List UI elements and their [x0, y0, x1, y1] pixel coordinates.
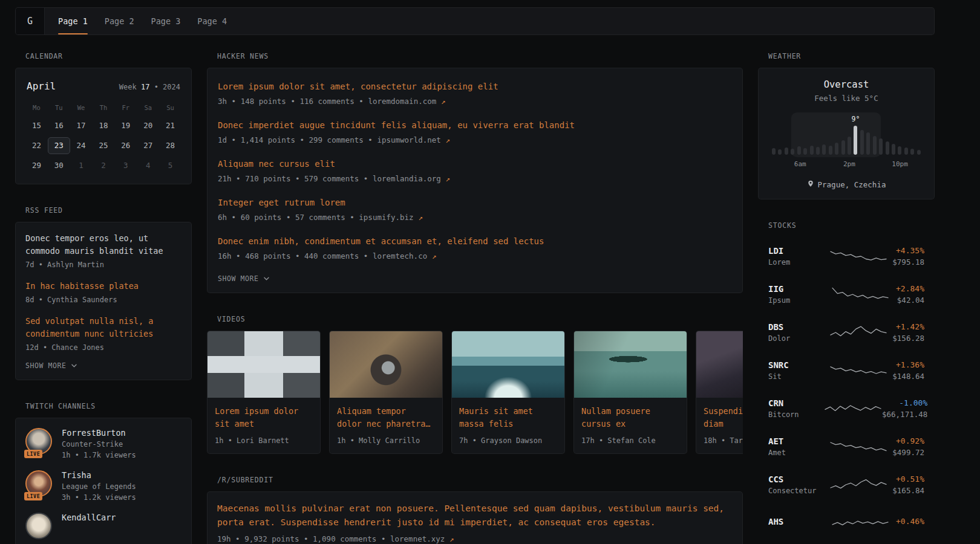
calendar-day: 20 — [137, 117, 159, 134]
twitch-channel-row[interactable]: LIVE ForrestBurton Counter-Strike 1h • 1… — [25, 428, 181, 459]
video-card[interactable]: Mauris sit amet massa felis 7h • Grayson… — [451, 331, 565, 454]
stocks-widget-title: STOCKS — [768, 221, 935, 230]
calendar-day: 29 — [25, 157, 48, 174]
hacker-news-item: Donec imperdiet augue tincidunt felis al… — [218, 118, 732, 144]
rss-item-title[interactable]: Donec tempor eros leo, ut commodo mauris… — [25, 232, 181, 257]
subreddit-widget: /R/SUBREDDIT Maecenas mollis pulvinar er… — [207, 476, 743, 544]
stock-price: $165.84 — [892, 486, 924, 495]
calendar-weekday-label: We — [70, 102, 93, 114]
subreddit-post-link[interactable]: loremnet.xyz ↗ — [390, 534, 454, 543]
item-domain-link[interactable]: ipsumify.biz ↗ — [359, 213, 422, 222]
calendar-year: 2024 — [163, 83, 180, 91]
item-domain-link[interactable]: loremlandia.org ↗ — [373, 174, 450, 183]
hacker-news-show-more-button[interactable]: SHOW MORE — [218, 274, 270, 283]
videos-row[interactable]: Lorem ipsum dolor sit amet consectetu… 1… — [207, 331, 743, 454]
stock-identity: IIG Ipsum — [768, 284, 824, 305]
external-link-icon: ↗ — [445, 135, 450, 144]
item-domain: loremdomain.com — [368, 97, 436, 106]
video-body: Aliquam tempor dolor nec pharetra… 1h • … — [330, 398, 442, 453]
calendar-widget: CALENDAR April Week 17 • 2024 MoTuWeThFr… — [15, 52, 192, 184]
subreddit-post-title[interactable]: Maecenas mollis pulvinar erat non posuer… — [217, 502, 733, 529]
calendar-card: April Week 17 • 2024 MoTuWeThFrSaSu 1516… — [15, 68, 192, 184]
stock-change: +2.84% — [896, 284, 924, 293]
video-card[interactable]: Suspendisse diam 18h • Tara — [696, 331, 743, 454]
stock-change: +1.42% — [892, 322, 924, 331]
stock-name: Amet — [768, 448, 824, 457]
page-tabs: Page 1Page 2Page 3Page 4 — [58, 8, 227, 34]
weather-bar — [778, 149, 782, 155]
stock-symbol: DBS — [768, 322, 824, 332]
page-tab[interactable]: Page 3 — [151, 8, 181, 34]
hacker-news-item-title[interactable]: Lorem ipsum dolor sit amet, consectetur … — [218, 80, 732, 93]
item-meta-text: 3h • 148 points • 116 comments — [218, 97, 354, 106]
top-navigation-bar: G Page 1Page 2Page 3Page 4 — [15, 7, 935, 35]
weather-bar — [810, 146, 814, 155]
page-tab[interactable]: Page 4 — [197, 8, 227, 34]
rss-item: In hac habitasse platea 8d • Cynthia Sau… — [25, 280, 181, 304]
location-text: Prague, Czechia — [818, 180, 886, 189]
show-more-label: SHOW MORE — [218, 274, 259, 283]
hacker-news-item-title[interactable]: Aliquam nec cursus elit — [218, 157, 732, 170]
weather-bar — [797, 146, 801, 155]
item-domain-link[interactable]: loremtech.co ↗ — [373, 251, 436, 261]
video-title: Aliquam tempor dolor nec pharetra… — [337, 405, 435, 430]
stock-sparkline — [824, 284, 896, 305]
right-column: WEATHER Overcast Feels like 5°C — [758, 52, 935, 544]
stock-name: Lorem — [768, 258, 824, 267]
calendar-day: 28 — [159, 137, 181, 154]
rss-item-title[interactable]: In hac habitasse platea — [25, 280, 181, 293]
stock-symbol: AET — [768, 436, 824, 446]
avatar — [25, 513, 52, 539]
weather-hourly-chart: 9° — [772, 118, 921, 155]
weather-bar — [892, 144, 895, 155]
item-domain-link[interactable]: ipsumworld.net ↗ — [377, 135, 449, 144]
rss-item-title[interactable]: Sed volutpat nulla nisl, a condimentum n… — [25, 315, 181, 340]
item-domain: loremlandia.org — [373, 174, 441, 183]
hacker-news-item-title[interactable]: Donec imperdiet augue tincidunt felis al… — [218, 118, 732, 132]
page-tab[interactable]: Page 1 — [58, 8, 88, 34]
video-meta: 17h • Stefan Cole — [581, 436, 679, 445]
rss-widget: RSS FEED Donec tempor eros leo, ut commo… — [15, 206, 192, 380]
weather-card: Overcast Feels like 5°C 9° — [758, 68, 935, 199]
page-tab[interactable]: Page 2 — [105, 8, 134, 34]
weather-bar — [898, 146, 901, 155]
video-card[interactable]: Nullam posuere cursus ex 17h • Stefan Co… — [573, 331, 687, 454]
external-link-icon: ↗ — [441, 97, 446, 106]
video-card[interactable]: Lorem ipsum dolor sit amet consectetu… 1… — [207, 331, 321, 454]
app-logo: G — [16, 8, 45, 34]
stock-name: Dolor — [768, 334, 824, 343]
twitch-channel-row[interactable]: LIVE Trisha League of Legends 3h • 1.2k … — [25, 470, 181, 502]
channel-name: KendallCarr — [62, 513, 116, 522]
calendar-header: April Week 17 • 2024 — [25, 78, 181, 92]
external-link-icon: ↗ — [445, 174, 450, 183]
stock-row: AHS +0.46% — [758, 504, 935, 542]
stock-values: +2.84% $42.04 — [896, 284, 924, 305]
video-body: Lorem ipsum dolor sit amet consectetu… 1… — [207, 398, 320, 453]
rss-show-more-button[interactable]: SHOW MORE — [25, 361, 77, 370]
stock-symbol: CCS — [768, 474, 824, 484]
stock-symbol: SNRC — [768, 360, 824, 370]
stock-identity: SNRC Sit — [768, 360, 824, 381]
calendar-widget-title: CALENDAR — [25, 52, 192, 60]
hacker-news-item-title[interactable]: Donec enim nibh, condimentum et accumsan… — [218, 235, 732, 248]
stock-identity: CRN Bitcorn — [768, 398, 824, 419]
item-meta-text: 1d • 1,414 points • 299 comments — [218, 135, 364, 144]
item-domain-link[interactable]: loremdomain.com ↗ — [368, 97, 445, 106]
external-link-icon: ↗ — [418, 213, 423, 222]
stock-values: +0.46% — [896, 517, 924, 528]
weather-widget-title: WEATHER — [768, 52, 935, 60]
video-card[interactable]: Aliquam tempor dolor nec pharetra… 1h • … — [329, 331, 443, 454]
stock-values: -1.00% $66,171.48 — [882, 398, 927, 419]
avatar-wrap — [25, 513, 53, 540]
hacker-news-item-meta: 21h • 710 points • 579 comments • loreml… — [218, 174, 732, 183]
calendar-weekday-label: Fr — [114, 102, 137, 114]
twitch-channel-row[interactable]: KendallCarr — [25, 513, 181, 540]
hacker-news-list: Lorem ipsum dolor sit amet, consectetur … — [218, 80, 732, 261]
stock-name: Ipsum — [768, 296, 824, 305]
hacker-news-item-meta: 6h • 60 points • 57 comments • ipsumify.… — [218, 213, 732, 222]
videos-widget-title: VIDEOS — [217, 315, 743, 323]
calendar-day: 15 — [25, 117, 48, 134]
calendar-day: 3 — [114, 157, 137, 174]
stock-values: +0.92% $499.72 — [892, 436, 924, 457]
hacker-news-item-title[interactable]: Integer eget rutrum lorem — [218, 196, 732, 209]
